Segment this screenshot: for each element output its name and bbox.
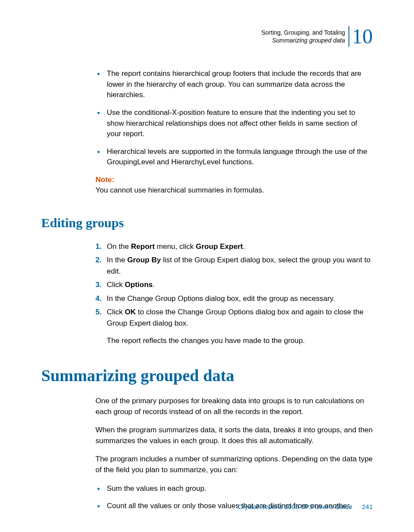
header-text: Sorting, Grouping, and Totaling Summariz… xyxy=(261,29,345,44)
step-number: 1. xyxy=(95,241,102,252)
content-block-1: The report contains hierarchical group f… xyxy=(95,69,373,196)
chapter-number: 10 xyxy=(348,26,373,47)
step-item: 3. Click Options. xyxy=(95,279,373,290)
step-text-mid: to close the Change Group Options dialog… xyxy=(107,308,364,327)
steps-list: 1. On the Report menu, click Group Exper… xyxy=(95,241,373,329)
footer-page-number: 241 xyxy=(362,503,373,510)
paragraph: When the program summarizes data, it sor… xyxy=(95,425,373,446)
step-text-pre: Click xyxy=(107,281,125,289)
list-item: Sum the values in each group. xyxy=(95,483,373,494)
list-item: Hierarchical levels are supported in the… xyxy=(95,147,373,168)
paragraph: The program includes a number of summari… xyxy=(95,454,373,475)
note-block: Note: You cannot use hierarchical summar… xyxy=(95,176,373,196)
step-text-pre: In the Change Group Options dialog box, … xyxy=(107,294,335,303)
step-text-mid: menu, click xyxy=(155,242,196,251)
note-text: You cannot use hierarchical summaries in… xyxy=(95,185,373,196)
step-bold: Options xyxy=(125,281,153,289)
step-text-pre: In the xyxy=(107,256,127,264)
steps-result: The report reflects the changes you have… xyxy=(95,336,373,346)
page-footer: Crystal Reports 2008 SP3 User's Guide 24… xyxy=(238,503,373,510)
step-number: 2. xyxy=(95,255,102,266)
step-text-pre: On the xyxy=(107,242,131,251)
step-text-mid: . xyxy=(153,281,155,289)
header-section-title: Summarizing grouped data xyxy=(261,36,345,44)
step-number: 5. xyxy=(95,307,102,318)
list-item: Use the conditional-X-position feature t… xyxy=(95,108,373,140)
step-bold: Group Expert xyxy=(196,242,243,251)
footer-guide-title: Crystal Reports 2008 SP3 User's Guide xyxy=(238,503,352,510)
page: Sorting, Grouping, and Totaling Summariz… xyxy=(0,0,414,532)
note-label: Note: xyxy=(95,176,373,184)
heading-summarizing: Summarizing grouped data xyxy=(41,366,373,385)
list-item: The report contains hierarchical group f… xyxy=(95,69,373,101)
content-block-3: One of the primary purposes for breaking… xyxy=(95,396,373,512)
step-bold: Group By xyxy=(127,256,161,264)
intro-bullet-list: The report contains hierarchical group f… xyxy=(95,69,373,168)
step-bold: OK xyxy=(125,308,136,316)
step-number: 4. xyxy=(95,293,102,304)
content-block-2: 1. On the Report menu, click Group Exper… xyxy=(95,241,373,346)
step-number: 3. xyxy=(95,279,102,290)
step-item: 4. In the Change Group Options dialog bo… xyxy=(95,293,373,304)
step-item: 2. In the Group By list of the Group Exp… xyxy=(95,255,373,277)
step-text-pre: Click xyxy=(107,308,125,316)
step-text-post: . xyxy=(243,242,245,251)
heading-editing-groups: Editing groups xyxy=(41,215,373,230)
header-chapter-title: Sorting, Grouping, and Totaling xyxy=(261,29,345,36)
step-item: 1. On the Report menu, click Group Exper… xyxy=(95,241,373,252)
page-header: Sorting, Grouping, and Totaling Summariz… xyxy=(41,26,373,47)
paragraph: One of the primary purposes for breaking… xyxy=(95,396,373,417)
step-bold: Report xyxy=(131,242,155,251)
step-item: 5. Click OK to close the Change Group Op… xyxy=(95,307,373,329)
